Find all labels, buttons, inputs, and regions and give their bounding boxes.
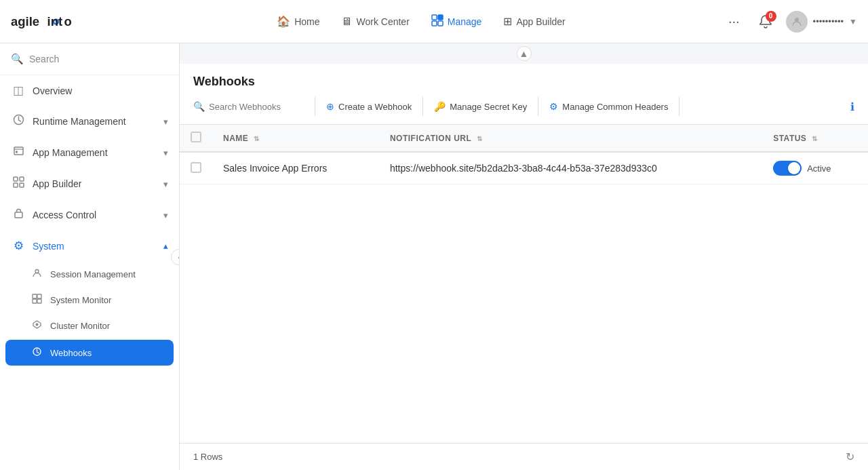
nav-workcenter[interactable]: 🖥 Work Center	[332, 10, 418, 33]
svg-rect-6	[438, 15, 443, 20]
status-toggle[interactable]	[773, 161, 802, 176]
toggle-knob	[788, 162, 800, 174]
nav-appbuilder[interactable]: ⊞ App Builder	[494, 9, 574, 33]
sidebar-appmanagement-label: App Management	[33, 147, 108, 158]
logo[interactable]: agile int o	[11, 9, 92, 34]
webhooks-table-container: NAME ⇅ NOTIFICATION URL ⇅ STATUS ⇅	[180, 125, 868, 443]
session-icon	[30, 268, 43, 280]
select-all-column	[180, 125, 212, 152]
manage-common-headers-label: Manage Common Headers	[562, 102, 668, 112]
content-panel: Webhooks 🔍 ⊕ Create a Webhook 🔑 Manage S…	[180, 64, 868, 470]
page-title: Webhooks	[193, 75, 854, 97]
sidebar-item-runtime[interactable]: Runtime Management ▾	[0, 106, 179, 137]
svg-rect-22	[37, 299, 41, 303]
nav-right: ··· 0 •••••••••• ▼	[723, 9, 857, 34]
content-toolbar: 🔍 ⊕ Create a Webhook 🔑 Manage Secret Key…	[193, 97, 854, 124]
manage-common-headers-button[interactable]: ⚙ Manage Common Headers	[538, 97, 679, 116]
sysmonitor-icon	[30, 294, 43, 306]
manage-secret-key-label: Manage Secret Key	[450, 102, 527, 112]
svg-rect-16	[20, 183, 24, 187]
nav-workcenter-label: Work Center	[356, 16, 409, 27]
svg-text:agile: agile	[11, 14, 39, 28]
search-label: Search	[29, 54, 59, 64]
collapse-chevron-button[interactable]: ▲	[517, 46, 532, 61]
user-name-label: ••••••••••	[813, 16, 844, 26]
sidebar-item-sysmonitor[interactable]: System Monitor	[0, 287, 179, 313]
row-name-cell: Sales Invoice App Errors	[212, 152, 379, 184]
name-sort-icon[interactable]: ⇅	[254, 135, 260, 142]
row-checkbox[interactable]	[191, 162, 201, 173]
svg-rect-11	[14, 147, 23, 155]
sidebar-overview-label: Overview	[33, 85, 72, 96]
row-status-cell: Active	[762, 152, 868, 184]
settings-icon: ⚙	[549, 101, 558, 112]
create-icon: ⊕	[326, 101, 334, 112]
webhooks-icon	[30, 347, 43, 359]
row-url-cell: https://webhook.site/5b2da2b3-3ba8-4c44-…	[379, 152, 762, 184]
collapse-row: ▲	[180, 43, 868, 64]
search-toolbar-icon: 🔍	[193, 101, 205, 112]
more-button[interactable]: ···	[723, 11, 745, 32]
top-navigation: agile int o 🏠 Home 🖥 Work Center Manage	[0, 0, 868, 43]
nav-home-label: Home	[294, 16, 319, 27]
select-all-checkbox[interactable]	[191, 132, 201, 142]
notification-button[interactable]: 0	[753, 9, 778, 34]
nav-manage[interactable]: Manage	[422, 9, 492, 35]
manage-secret-key-button[interactable]: 🔑 Manage Secret Key	[423, 97, 538, 116]
sidebar-item-accesscontrol[interactable]: Access Control ▾	[0, 199, 179, 231]
key-icon: 🔑	[434, 101, 446, 112]
sidebar-item-session[interactable]: Session Management	[0, 261, 179, 287]
sidebar-appbuilder-label: App Builder	[33, 178, 81, 189]
nav-items: 🏠 Home 🖥 Work Center Manage ⊞ App Builde…	[119, 9, 723, 35]
sidebar-session-label: Session Management	[50, 269, 136, 279]
appmanagement-chevron-icon: ▾	[163, 148, 168, 158]
sidebar-item-system[interactable]: ⚙ System ▴	[0, 231, 179, 261]
overview-icon: ◫	[11, 83, 26, 98]
system-chevron-icon: ▴	[163, 241, 168, 251]
status-label: Active	[807, 163, 831, 174]
status-sort-icon[interactable]: ⇅	[812, 135, 818, 142]
accesscontrol-chevron-icon: ▾	[163, 210, 168, 220]
sidebar-item-cluster[interactable]: Cluster Monitor	[0, 313, 179, 338]
svg-point-9	[795, 18, 799, 22]
search-webhooks-input[interactable]	[209, 102, 304, 112]
sidebar-item-appmanagement[interactable]: App Management ▾	[0, 137, 179, 168]
workcenter-icon: 🖥	[341, 16, 352, 28]
runtime-icon	[11, 114, 26, 129]
svg-text:o: o	[64, 14, 71, 28]
sidebar-item-appbuilder[interactable]: App Builder ▾	[0, 168, 179, 199]
content-area: ▲ Webhooks 🔍 ⊕ Create a Webhook 🔑 Ma	[180, 43, 868, 470]
sidebar-sysmonitor-label: System Monitor	[50, 295, 111, 305]
info-icon[interactable]: ℹ	[850, 100, 854, 113]
main-layout: 🔍 Search ◫ Overview Runtime Management ▾	[0, 43, 868, 470]
nav-manage-label: Manage	[448, 16, 482, 27]
row-checkbox-cell	[180, 152, 212, 184]
webhooks-table: NAME ⇅ NOTIFICATION URL ⇅ STATUS ⇅	[180, 125, 868, 184]
svg-rect-21	[33, 299, 37, 303]
rows-count: 1 Rows	[193, 452, 222, 462]
search-webhook-button[interactable]: 🔍	[193, 97, 315, 116]
svg-rect-15	[14, 183, 18, 187]
status-toggle-wrap: Active	[773, 161, 857, 176]
sidebar-runtime-label: Runtime Management	[33, 116, 126, 127]
content-footer: 1 Rows ↻	[180, 443, 868, 470]
refresh-button[interactable]: ↻	[846, 450, 854, 463]
home-icon: 🏠	[277, 15, 290, 28]
user-menu[interactable]: •••••••••• ▼	[786, 11, 857, 33]
url-sort-icon[interactable]: ⇅	[477, 135, 483, 142]
search-icon: 🔍	[11, 53, 24, 65]
appbuilder-chevron-icon: ▾	[163, 179, 168, 189]
content-header: Webhooks 🔍 ⊕ Create a Webhook 🔑 Manage S…	[180, 64, 868, 125]
accesscontrol-icon	[11, 208, 26, 222]
status-column-header: STATUS ⇅	[762, 125, 868, 152]
nav-home[interactable]: 🏠 Home	[267, 9, 329, 33]
svg-rect-19	[33, 294, 37, 298]
sidebar-item-webhooks[interactable]: Webhooks	[5, 340, 174, 366]
sidebar: 🔍 Search ◫ Overview Runtime Management ▾	[0, 43, 180, 470]
svg-rect-17	[15, 212, 22, 218]
manage-icon	[431, 14, 443, 29]
sidebar-item-overview[interactable]: ◫ Overview	[0, 75, 179, 106]
create-webhook-button[interactable]: ⊕ Create a Webhook	[315, 97, 423, 116]
sidebar-search[interactable]: 🔍 Search	[0, 43, 179, 75]
svg-rect-14	[20, 177, 24, 181]
